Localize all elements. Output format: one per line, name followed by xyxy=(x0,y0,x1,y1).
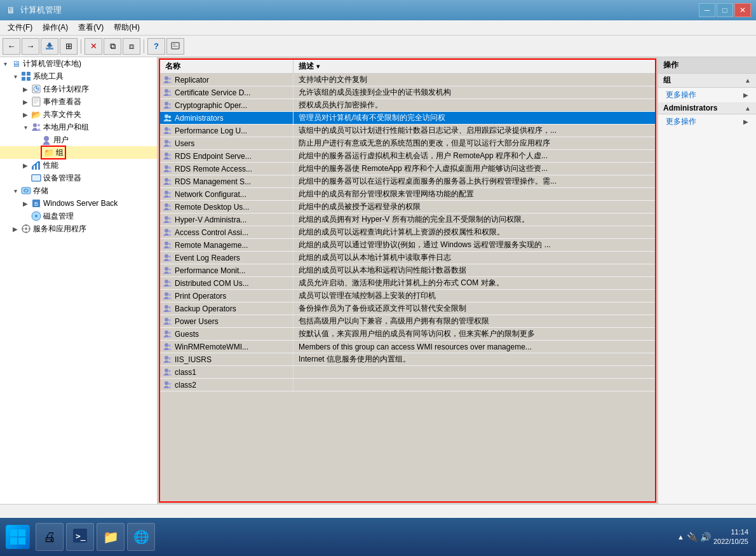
expand-shared-folders[interactable]: ▶ xyxy=(20,109,30,119)
table-row[interactable]: Event Log Readers此组的成员可以从本地计算机中读取事件日志 xyxy=(160,252,655,264)
svg-point-40 xyxy=(168,78,171,80)
table-row[interactable]: WinRMRemoteWMI...Members of this group c… xyxy=(160,341,655,353)
tree-item-task-scheduler[interactable]: ▶ 任务计划程序 xyxy=(0,83,157,95)
table-row[interactable]: RDS Remote Access...此组中的服务器使 RemoteApp 程… xyxy=(160,163,655,175)
forward-button[interactable]: → xyxy=(22,38,39,55)
network-tray-icon[interactable]: 🔌 xyxy=(687,532,698,542)
services-icon xyxy=(20,223,32,234)
tree-item-root[interactable]: ▾ 🖥 计算机管理(本地) xyxy=(0,57,157,70)
table-row[interactable]: Power Users包括高级用户以向下兼容，高级用户拥有有限的管理权限 xyxy=(160,315,655,328)
table-row[interactable]: Hyper-V Administra...此组的成员拥有对 Hyper-V 所有… xyxy=(160,214,655,226)
group-name: Guests xyxy=(175,330,199,339)
group-name: Event Log Readers xyxy=(175,254,240,262)
expand-local-users[interactable]: ▾ xyxy=(20,122,30,132)
group-row-icon xyxy=(163,88,173,98)
action-more-groups[interactable]: 更多操作 ▶ xyxy=(658,88,756,102)
tree-item-disk-management[interactable]: ▶ 磁盘管理 xyxy=(0,210,157,222)
tree-item-system-tools[interactable]: ▾ 系统工具 xyxy=(0,70,157,83)
svg-point-20 xyxy=(44,136,49,141)
taskbar-cmd[interactable]: >_ xyxy=(66,523,94,551)
svg-point-46 xyxy=(168,116,171,118)
refresh-button[interactable]: ⧈ xyxy=(123,38,140,55)
svg-point-18 xyxy=(33,123,37,127)
table-row[interactable]: Performance Log U...该组中的成员可以计划进行性能计数器日志记… xyxy=(160,125,655,137)
tree-item-users[interactable]: ▶ 用户 xyxy=(0,133,157,146)
table-row[interactable]: Replicator支持域中的文件复制 xyxy=(160,74,655,86)
group-name: Remote Manageme... xyxy=(175,241,248,250)
group-desc: 此组的成员可以从本地计算机中读取事件日志 xyxy=(294,252,655,264)
taskbar-network[interactable]: 🌐 xyxy=(127,523,155,551)
volume-icon[interactable]: 🔊 xyxy=(700,532,711,542)
tree-item-local-users[interactable]: ▾ 本地用户和组 xyxy=(0,121,157,133)
table-row[interactable]: Network Configurat...此组中的成员有部分管理权限来管理网络功… xyxy=(160,188,655,201)
actions-section-groups[interactable]: 组 ▲ xyxy=(658,74,756,88)
group-row-icon xyxy=(163,177,173,187)
tree-item-wsb[interactable]: ▶ B Windows Server Back xyxy=(0,197,157,210)
export-button[interactable] xyxy=(166,38,184,55)
table-row[interactable]: Administrators管理员对计算机/域有不受限制的完全访问权 xyxy=(160,112,655,125)
table-row[interactable]: Remote Manageme...此组的成员可以通过管理协议(例如，通过 Wi… xyxy=(160,239,655,252)
expand-system-tools[interactable]: ▾ xyxy=(10,71,20,81)
tree-item-storage[interactable]: ▾ 存储 xyxy=(0,184,157,197)
maximize-button[interactable]: □ xyxy=(717,3,733,17)
close-button[interactable]: ✕ xyxy=(734,3,751,17)
tree-item-performance[interactable]: ▶ 性能 xyxy=(0,159,157,172)
table-row[interactable]: class1 xyxy=(160,366,655,379)
back-button[interactable]: ← xyxy=(3,38,20,55)
menu-help[interactable]: 帮助(H) xyxy=(109,21,145,34)
group-name: Users xyxy=(175,139,194,148)
taskbar-explorer[interactable]: 📁 xyxy=(97,523,125,551)
table-row[interactable]: Backup Operators备份操作员为了备份或还原文件可以替代安全限制 xyxy=(160,302,655,315)
menu-file[interactable]: 文件(F) xyxy=(3,21,37,34)
svg-point-34 xyxy=(25,227,27,230)
actions-section-administrators[interactable]: Administrators ▲ xyxy=(658,102,756,114)
table-row[interactable]: RDS Management S...此组中的服务器可以在运行远程桌面服务的服务… xyxy=(160,175,655,188)
expand-wsb[interactable]: ▶ xyxy=(20,198,30,208)
table-row[interactable]: IIS_IUSRSInternet 信息服务使用的内置组。 xyxy=(160,353,655,366)
expand-storage[interactable]: ▾ xyxy=(10,186,20,196)
table-row[interactable]: Cryptographic Oper...授权成员执行加密操作。 xyxy=(160,99,655,112)
svg-point-77 xyxy=(165,318,168,322)
table-row[interactable]: Users防止用户进行有意或无意的系统范围的更改，但是可以运行大部分应用程序 xyxy=(160,137,655,150)
table-row[interactable]: Remote Desktop Us...此组中的成员被授予远程登录的权限 xyxy=(160,201,655,214)
group-desc: 此组中的服务器可以在运行远程桌面服务的服务器上执行例程管理操作。需... xyxy=(294,175,655,187)
menu-view[interactable]: 查看(V) xyxy=(73,21,109,34)
tree-item-shared-folders[interactable]: ▶ 📂 共享文件夹 xyxy=(0,108,157,121)
properties-button[interactable]: ⧉ xyxy=(104,38,121,55)
expand-performance[interactable]: ▶ xyxy=(20,160,30,170)
expand-task-scheduler[interactable]: ▶ xyxy=(20,84,30,94)
system-clock[interactable]: 11:14 2022/10/25 xyxy=(713,527,748,547)
help-button[interactable]: ? xyxy=(147,38,165,55)
action-more-admins[interactable]: 更多操作 ▶ xyxy=(658,114,756,129)
expand-services[interactable]: ▶ xyxy=(10,224,20,234)
svg-point-19 xyxy=(37,124,40,126)
delete-button[interactable]: ✕ xyxy=(84,38,102,55)
table-row[interactable]: Performance Monit...此组的成员可以从本地和远程访问性能计数器… xyxy=(160,264,655,277)
up-button[interactable] xyxy=(41,38,58,55)
tree-item-services[interactable]: ▶ 服务和应用程序 xyxy=(0,222,157,235)
expand-root[interactable]: ▾ xyxy=(0,58,10,69)
start-button[interactable] xyxy=(3,522,33,552)
show-hide-button[interactable]: ⊞ xyxy=(60,38,78,55)
tree-item-device-manager[interactable]: ▶ 设备管理器 xyxy=(0,172,157,184)
menu-action[interactable]: 操作(A) xyxy=(37,21,73,34)
table-row[interactable]: Access Control Assi...此组的成员可以远程查询此计算机上资源… xyxy=(160,226,655,239)
expand-event-viewer[interactable]: ▶ xyxy=(20,97,30,107)
col-name-header[interactable]: 名称 xyxy=(160,60,294,73)
table-row[interactable]: Distributed COM Us...成员允许启动、激活和使用此计算机上的分… xyxy=(160,277,655,290)
table-row[interactable]: Certificate Service D...允许该组的成员连接到企业中的证书… xyxy=(160,86,655,99)
minimize-button[interactable]: ─ xyxy=(699,3,715,17)
taskbar-printer[interactable]: 🖨 xyxy=(36,523,64,551)
tray-expand[interactable]: ▲ xyxy=(677,533,684,541)
taskbar: 🖨 >_ 📁 🌐 ▲ 🔌 🔊 11:14 2022/10/25 xyxy=(0,518,756,556)
table-row[interactable]: Guests按默认值，来宾跟用户组的成员有同等访问权，但来宾帐户的限制更多 xyxy=(160,328,655,341)
table-row[interactable]: Print Operators成员可以管理在域控制器上安装的打印机 xyxy=(160,290,655,302)
windows-logo xyxy=(6,525,30,549)
svg-point-52 xyxy=(168,154,171,156)
table-row[interactable]: RDS Endpoint Serve...此组中的服务器运行虚拟机和主机会话，用… xyxy=(160,150,655,163)
tree-item-groups[interactable]: ▶ 📁 组 xyxy=(0,146,157,159)
col-desc-header[interactable]: 描述 ▾ xyxy=(294,60,655,73)
group-row-icon xyxy=(163,215,173,225)
tree-item-event-viewer[interactable]: ▶ 事件查看器 xyxy=(0,95,157,108)
table-row[interactable]: class2 xyxy=(160,379,655,391)
